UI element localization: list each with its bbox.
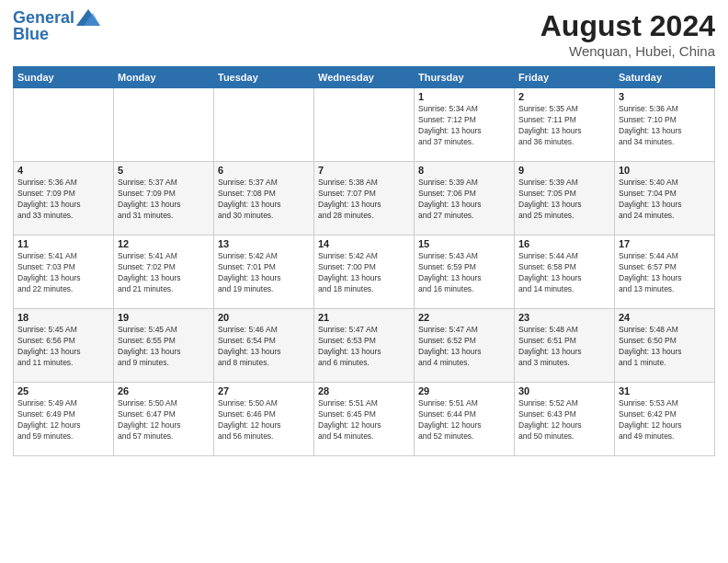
calendar-week-2: 4Sunrise: 5:36 AM Sunset: 7:09 PM Daylig… bbox=[14, 162, 715, 236]
day-info: Sunrise: 5:39 AM Sunset: 7:06 PM Dayligh… bbox=[418, 178, 510, 222]
day-number: 21 bbox=[318, 312, 410, 323]
day-info: Sunrise: 5:49 AM Sunset: 6:49 PM Dayligh… bbox=[17, 398, 109, 442]
day-number: 4 bbox=[17, 165, 109, 176]
day-number: 14 bbox=[318, 238, 410, 249]
calendar-cell: 21Sunrise: 5:47 AM Sunset: 6:53 PM Dayli… bbox=[314, 309, 415, 383]
day-number: 20 bbox=[218, 312, 310, 323]
day-info: Sunrise: 5:37 AM Sunset: 7:08 PM Dayligh… bbox=[218, 178, 310, 222]
day-info: Sunrise: 5:44 AM Sunset: 6:58 PM Dayligh… bbox=[518, 251, 610, 295]
day-number: 19 bbox=[118, 312, 210, 323]
day-info: Sunrise: 5:34 AM Sunset: 7:12 PM Dayligh… bbox=[418, 104, 510, 148]
calendar-cell: 13Sunrise: 5:42 AM Sunset: 7:01 PM Dayli… bbox=[214, 236, 314, 309]
calendar-cell bbox=[214, 88, 314, 162]
day-number: 5 bbox=[118, 165, 210, 176]
sub-title: Wenquan, Hubei, China bbox=[540, 43, 715, 59]
day-info: Sunrise: 5:46 AM Sunset: 6:54 PM Dayligh… bbox=[218, 325, 310, 369]
col-thursday: Thursday bbox=[415, 67, 515, 88]
day-number: 24 bbox=[619, 312, 711, 323]
calendar-cell: 26Sunrise: 5:50 AM Sunset: 6:47 PM Dayli… bbox=[114, 383, 214, 456]
day-number: 31 bbox=[619, 385, 711, 396]
day-number: 29 bbox=[418, 385, 510, 396]
day-info: Sunrise: 5:43 AM Sunset: 6:59 PM Dayligh… bbox=[418, 251, 510, 295]
calendar-cell: 23Sunrise: 5:48 AM Sunset: 6:51 PM Dayli… bbox=[515, 309, 615, 383]
day-number: 6 bbox=[218, 165, 310, 176]
calendar-cell bbox=[114, 88, 214, 162]
calendar-cell: 6Sunrise: 5:37 AM Sunset: 7:08 PM Daylig… bbox=[214, 162, 314, 236]
logo-icon bbox=[76, 9, 100, 26]
day-info: Sunrise: 5:51 AM Sunset: 6:44 PM Dayligh… bbox=[418, 398, 510, 442]
calendar-cell: 11Sunrise: 5:41 AM Sunset: 7:03 PM Dayli… bbox=[14, 236, 114, 309]
calendar-cell: 30Sunrise: 5:52 AM Sunset: 6:43 PM Dayli… bbox=[515, 383, 615, 456]
calendar-table: Sunday Monday Tuesday Wednesday Thursday… bbox=[13, 66, 715, 456]
calendar-cell: 10Sunrise: 5:40 AM Sunset: 7:04 PM Dayli… bbox=[615, 162, 715, 236]
day-number: 25 bbox=[17, 385, 109, 396]
calendar-cell: 18Sunrise: 5:45 AM Sunset: 6:56 PM Dayli… bbox=[14, 309, 114, 383]
calendar-cell: 12Sunrise: 5:41 AM Sunset: 7:02 PM Dayli… bbox=[114, 236, 214, 309]
logo-text-blue: Blue bbox=[13, 26, 49, 44]
day-info: Sunrise: 5:52 AM Sunset: 6:43 PM Dayligh… bbox=[518, 398, 610, 442]
title-block: August 2024 Wenquan, Hubei, China bbox=[540, 9, 715, 59]
calendar-cell: 15Sunrise: 5:43 AM Sunset: 6:59 PM Dayli… bbox=[415, 236, 515, 309]
col-saturday: Saturday bbox=[615, 67, 715, 88]
day-info: Sunrise: 5:47 AM Sunset: 6:53 PM Dayligh… bbox=[318, 325, 410, 369]
calendar-cell: 27Sunrise: 5:50 AM Sunset: 6:46 PM Dayli… bbox=[214, 383, 314, 456]
day-info: Sunrise: 5:44 AM Sunset: 6:57 PM Dayligh… bbox=[619, 251, 711, 295]
calendar-cell: 8Sunrise: 5:39 AM Sunset: 7:06 PM Daylig… bbox=[415, 162, 515, 236]
calendar-week-1: 1Sunrise: 5:34 AM Sunset: 7:12 PM Daylig… bbox=[14, 88, 715, 162]
calendar-cell bbox=[314, 88, 415, 162]
day-info: Sunrise: 5:51 AM Sunset: 6:45 PM Dayligh… bbox=[318, 398, 410, 442]
day-number: 3 bbox=[619, 91, 711, 102]
col-wednesday: Wednesday bbox=[314, 67, 415, 88]
calendar-cell: 20Sunrise: 5:46 AM Sunset: 6:54 PM Dayli… bbox=[214, 309, 314, 383]
day-number: 23 bbox=[518, 312, 610, 323]
col-friday: Friday bbox=[515, 67, 615, 88]
day-number: 22 bbox=[418, 312, 510, 323]
day-number: 16 bbox=[518, 238, 610, 249]
day-info: Sunrise: 5:36 AM Sunset: 7:10 PM Dayligh… bbox=[619, 104, 711, 148]
day-number: 26 bbox=[118, 385, 210, 396]
day-number: 13 bbox=[218, 238, 310, 249]
day-info: Sunrise: 5:36 AM Sunset: 7:09 PM Dayligh… bbox=[17, 178, 109, 222]
day-number: 30 bbox=[518, 385, 610, 396]
calendar-cell bbox=[14, 88, 114, 162]
calendar-week-4: 18Sunrise: 5:45 AM Sunset: 6:56 PM Dayli… bbox=[14, 309, 715, 383]
day-info: Sunrise: 5:45 AM Sunset: 6:55 PM Dayligh… bbox=[118, 325, 210, 369]
day-number: 27 bbox=[218, 385, 310, 396]
day-number: 17 bbox=[619, 238, 711, 249]
col-tuesday: Tuesday bbox=[214, 67, 314, 88]
day-info: Sunrise: 5:53 AM Sunset: 6:42 PM Dayligh… bbox=[619, 398, 711, 442]
day-number: 9 bbox=[518, 165, 610, 176]
day-info: Sunrise: 5:48 AM Sunset: 6:51 PM Dayligh… bbox=[518, 325, 610, 369]
day-info: Sunrise: 5:42 AM Sunset: 7:01 PM Dayligh… bbox=[218, 251, 310, 295]
calendar-cell: 16Sunrise: 5:44 AM Sunset: 6:58 PM Dayli… bbox=[515, 236, 615, 309]
calendar-cell: 4Sunrise: 5:36 AM Sunset: 7:09 PM Daylig… bbox=[14, 162, 114, 236]
day-info: Sunrise: 5:50 AM Sunset: 6:46 PM Dayligh… bbox=[218, 398, 310, 442]
day-number: 2 bbox=[518, 91, 610, 102]
calendar-cell: 25Sunrise: 5:49 AM Sunset: 6:49 PM Dayli… bbox=[14, 383, 114, 456]
day-info: Sunrise: 5:42 AM Sunset: 7:00 PM Dayligh… bbox=[318, 251, 410, 295]
day-info: Sunrise: 5:41 AM Sunset: 7:03 PM Dayligh… bbox=[17, 251, 109, 295]
day-info: Sunrise: 5:47 AM Sunset: 6:52 PM Dayligh… bbox=[418, 325, 510, 369]
calendar-week-5: 25Sunrise: 5:49 AM Sunset: 6:49 PM Dayli… bbox=[14, 383, 715, 456]
calendar-cell: 14Sunrise: 5:42 AM Sunset: 7:00 PM Dayli… bbox=[314, 236, 415, 309]
header-row: Sunday Monday Tuesday Wednesday Thursday… bbox=[14, 67, 715, 88]
calendar-cell: 19Sunrise: 5:45 AM Sunset: 6:55 PM Dayli… bbox=[114, 309, 214, 383]
calendar-cell: 9Sunrise: 5:39 AM Sunset: 7:05 PM Daylig… bbox=[515, 162, 615, 236]
day-info: Sunrise: 5:45 AM Sunset: 6:56 PM Dayligh… bbox=[17, 325, 109, 369]
col-sunday: Sunday bbox=[14, 67, 114, 88]
day-number: 7 bbox=[318, 165, 410, 176]
day-number: 18 bbox=[17, 312, 109, 323]
logo: General Blue bbox=[13, 9, 100, 44]
calendar-cell: 22Sunrise: 5:47 AM Sunset: 6:52 PM Dayli… bbox=[415, 309, 515, 383]
day-info: Sunrise: 5:50 AM Sunset: 6:47 PM Dayligh… bbox=[118, 398, 210, 442]
calendar-cell: 1Sunrise: 5:34 AM Sunset: 7:12 PM Daylig… bbox=[415, 88, 515, 162]
day-info: Sunrise: 5:40 AM Sunset: 7:04 PM Dayligh… bbox=[619, 178, 711, 222]
calendar-cell: 2Sunrise: 5:35 AM Sunset: 7:11 PM Daylig… bbox=[515, 88, 615, 162]
day-number: 1 bbox=[418, 91, 510, 102]
calendar-cell: 31Sunrise: 5:53 AM Sunset: 6:42 PM Dayli… bbox=[615, 383, 715, 456]
header: General Blue August 2024 Wenquan, Hubei,… bbox=[13, 9, 715, 59]
day-info: Sunrise: 5:37 AM Sunset: 7:09 PM Dayligh… bbox=[118, 178, 210, 222]
day-number: 28 bbox=[318, 385, 410, 396]
calendar-cell: 5Sunrise: 5:37 AM Sunset: 7:09 PM Daylig… bbox=[114, 162, 214, 236]
day-info: Sunrise: 5:39 AM Sunset: 7:05 PM Dayligh… bbox=[518, 178, 610, 222]
